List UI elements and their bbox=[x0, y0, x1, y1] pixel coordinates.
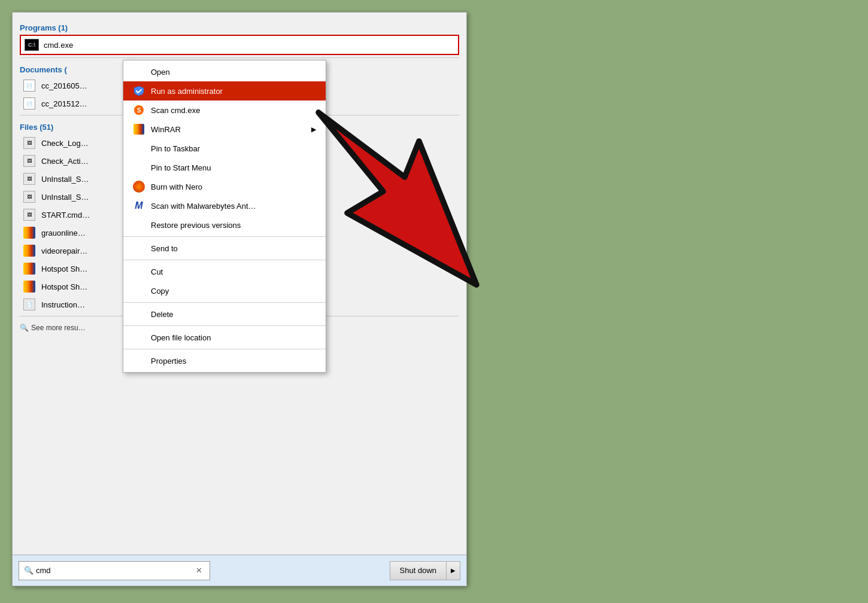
ctx-winrar-label: WinRAR bbox=[151, 125, 181, 134]
context-menu: Open Run as administrator S Scan cmd.exe… bbox=[123, 60, 326, 373]
ctx-divider-1 bbox=[123, 236, 326, 237]
cmd-icon: C:\ bbox=[25, 38, 39, 52]
programs-header: Programs (1) bbox=[20, 23, 459, 32]
rar-icon-box-3 bbox=[23, 263, 35, 275]
file-icon-1: 🖼 bbox=[22, 136, 37, 150]
doc-icon-2: 📄 bbox=[22, 96, 37, 111]
file-label-9: Hotspot Sh… bbox=[41, 282, 87, 291]
file-label-4: UnInstall_S… bbox=[41, 193, 89, 202]
ctx-pin-taskbar-label: Pin to Taskbar bbox=[151, 144, 200, 153]
file-icon-4: 🖼 bbox=[22, 190, 37, 204]
ctx-burn-nero[interactable]: Burn with Nero bbox=[123, 177, 326, 196]
doc-file-icon-2: 📄 bbox=[23, 98, 35, 109]
ctx-scan-icon: S bbox=[133, 104, 145, 116]
start-footer: 🔍 ✕ Shut down ▶ bbox=[13, 555, 466, 586]
ctx-run-as-admin[interactable]: Run as administrator bbox=[123, 81, 326, 100]
ctx-malware-icon: M bbox=[133, 200, 145, 212]
ctx-send-to-icon bbox=[133, 242, 145, 254]
divider-1 bbox=[20, 57, 459, 58]
rar-icon-box-4 bbox=[23, 281, 35, 293]
ctx-nero-icon bbox=[133, 181, 145, 193]
shutdown-button[interactable]: Shut down bbox=[390, 561, 446, 580]
ctx-restore-label: Restore previous versions bbox=[151, 221, 241, 230]
cmd-label: cmd.exe bbox=[44, 41, 73, 50]
file-icon-box-5: 🖼 bbox=[23, 209, 35, 221]
ctx-open-icon bbox=[133, 66, 145, 78]
ctx-winrar[interactable]: WinRAR ▶ bbox=[123, 120, 326, 139]
file-label-1: Check_Log… bbox=[41, 139, 89, 148]
txt-icon-1: 📄 bbox=[22, 297, 37, 312]
rar-icon-box-2 bbox=[23, 245, 35, 257]
ctx-open[interactable]: Open bbox=[123, 62, 326, 81]
file-icon-5: 🖼 bbox=[22, 208, 37, 222]
ctx-properties[interactable]: Properties bbox=[123, 351, 326, 370]
ctx-cut-label: Cut bbox=[151, 267, 163, 276]
file-label-5: START.cmd… bbox=[41, 211, 90, 220]
ctx-divider-5 bbox=[123, 349, 326, 349]
ctx-winrar-submenu-arrow: ▶ bbox=[311, 126, 316, 133]
ctx-scan-malware[interactable]: M Scan with Malwarebytes Ant… bbox=[123, 196, 326, 215]
ctx-restore[interactable]: Restore previous versions bbox=[123, 215, 326, 234]
shutdown-button-group: Shut down ▶ bbox=[390, 561, 460, 580]
clear-search-button[interactable]: ✕ bbox=[193, 565, 205, 576]
search-magnifier-icon: 🔍 bbox=[20, 324, 29, 332]
ctx-scan-label: Scan cmd.exe bbox=[151, 106, 200, 115]
file-icon-box-1: 🖼 bbox=[23, 137, 35, 149]
file-label-2: Check_Acti… bbox=[41, 157, 89, 166]
ctx-pin-taskbar[interactable]: Pin to Taskbar bbox=[123, 139, 326, 158]
ctx-delete-icon bbox=[133, 308, 145, 320]
ctx-open-location-icon bbox=[133, 331, 145, 343]
nero-icon-box bbox=[133, 181, 145, 193]
ctx-run-as-admin-label: Run as administrator bbox=[151, 87, 223, 96]
ctx-restore-icon bbox=[133, 219, 145, 231]
ctx-divider-4 bbox=[123, 325, 326, 326]
ctx-open-location[interactable]: Open file location bbox=[123, 328, 326, 347]
cmd-icon-box: C:\ bbox=[25, 39, 39, 51]
ctx-copy-icon bbox=[133, 285, 145, 297]
file-label-3: UnInstall_S… bbox=[41, 175, 89, 184]
search-magnifier-footer-icon: 🔍 bbox=[24, 566, 34, 575]
doc-icon-1: 📄 bbox=[22, 78, 37, 93]
file-label-7: videorepair… bbox=[41, 246, 87, 255]
search-input[interactable] bbox=[36, 566, 193, 575]
ctx-delete-label: Delete bbox=[151, 310, 174, 319]
ctx-copy-label: Copy bbox=[151, 287, 169, 296]
rar-icon-3 bbox=[22, 261, 37, 276]
doc-file-icon-1: 📄 bbox=[23, 80, 35, 92]
ctx-scan[interactable]: S Scan cmd.exe bbox=[123, 100, 326, 120]
ctx-open-location-label: Open file location bbox=[151, 333, 211, 342]
ctx-pin-start-icon bbox=[133, 162, 145, 173]
file-icon-3: 🖼 bbox=[22, 172, 37, 186]
ctx-pin-start[interactable]: Pin to Start Menu bbox=[123, 158, 326, 177]
ctx-cut-icon bbox=[133, 266, 145, 278]
doc-label-2: cc_201512… bbox=[41, 99, 87, 108]
ctx-scan-malware-label: Scan with Malwarebytes Ant… bbox=[151, 202, 256, 211]
shutdown-arrow-button[interactable]: ▶ bbox=[446, 561, 460, 580]
ctx-copy[interactable]: Copy bbox=[123, 281, 326, 300]
ctx-burn-nero-label: Burn with Nero bbox=[151, 182, 202, 191]
file-label-6: grauonline… bbox=[41, 229, 86, 237]
ctx-send-to[interactable]: Send to bbox=[123, 239, 326, 258]
ctx-open-label: Open bbox=[151, 68, 170, 77]
ctx-properties-label: Properties bbox=[151, 357, 186, 366]
svg-text:S: S bbox=[137, 107, 141, 114]
file-icon-2: 🖼 bbox=[22, 154, 37, 168]
file-icon-box-3: 🖼 bbox=[23, 173, 35, 185]
ctx-cut[interactable]: Cut bbox=[123, 262, 326, 281]
rar-icon-2 bbox=[22, 243, 37, 258]
ctx-winrar-icon bbox=[133, 123, 145, 135]
file-icon-box-2: 🖼 bbox=[23, 155, 35, 167]
malware-icon-box: M bbox=[133, 200, 145, 212]
cmd-exe-item[interactable]: C:\ cmd.exe bbox=[20, 35, 459, 55]
rar-icon-4 bbox=[22, 279, 37, 294]
search-box[interactable]: 🔍 ✕ bbox=[19, 561, 210, 580]
ctx-delete[interactable]: Delete bbox=[123, 304, 326, 324]
rar-icon-1 bbox=[22, 226, 37, 240]
ctx-properties-icon bbox=[133, 355, 145, 367]
ctx-divider-3 bbox=[123, 302, 326, 303]
doc-label-1: cc_201605… bbox=[41, 81, 87, 90]
see-more-label: See more resu… bbox=[31, 324, 86, 332]
ctx-shield-icon bbox=[133, 85, 145, 97]
ctx-divider-2 bbox=[123, 260, 326, 260]
ctx-pin-taskbar-icon bbox=[133, 142, 145, 154]
